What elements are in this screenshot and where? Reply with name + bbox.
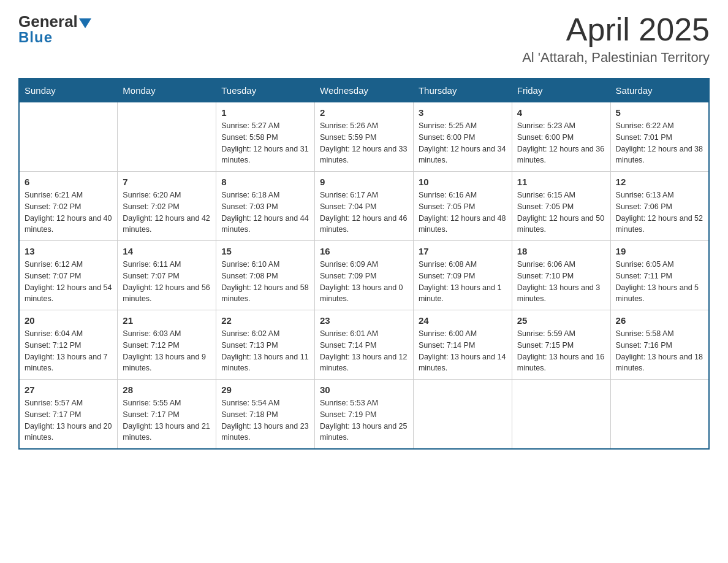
day-header-thursday: Thursday	[413, 79, 512, 102]
day-info: Sunrise: 5:53 AMSunset: 7:19 PMDaylight:…	[320, 397, 408, 443]
day-info: Sunrise: 5:25 AMSunset: 6:00 PMDaylight:…	[419, 120, 507, 166]
day-info: Sunrise: 6:06 AMSunset: 7:10 PMDaylight:…	[517, 259, 605, 305]
calendar-week-row: 1Sunrise: 5:27 AMSunset: 5:58 PMDaylight…	[19, 102, 709, 172]
month-title: April 2025	[522, 12, 710, 47]
day-number: 25	[517, 315, 605, 326]
logo-triangle-icon	[79, 18, 91, 28]
day-number: 17	[419, 246, 507, 256]
day-number: 24	[419, 315, 507, 326]
calendar-cell: 14Sunrise: 6:11 AMSunset: 7:07 PMDayligh…	[118, 241, 216, 310]
day-info: Sunrise: 6:10 AMSunset: 7:08 PMDaylight:…	[221, 259, 309, 305]
day-info: Sunrise: 6:04 AMSunset: 7:12 PMDaylight:…	[25, 328, 112, 374]
calendar-week-row: 27Sunrise: 5:57 AMSunset: 7:17 PMDayligh…	[19, 380, 709, 450]
day-number: 8	[221, 177, 309, 187]
day-number: 6	[25, 177, 112, 187]
calendar-cell: 13Sunrise: 6:12 AMSunset: 7:07 PMDayligh…	[19, 241, 118, 310]
day-info: Sunrise: 5:57 AMSunset: 7:17 PMDaylight:…	[25, 397, 112, 443]
calendar-cell: 26Sunrise: 5:58 AMSunset: 7:16 PMDayligh…	[610, 310, 709, 380]
day-header-saturday: Saturday	[610, 79, 709, 102]
calendar-cell: 11Sunrise: 6:15 AMSunset: 7:05 PMDayligh…	[512, 172, 610, 241]
day-number: 9	[320, 177, 408, 187]
day-number: 19	[616, 246, 703, 256]
day-number: 16	[320, 246, 408, 256]
day-header-monday: Monday	[118, 79, 216, 102]
day-info: Sunrise: 6:11 AMSunset: 7:07 PMDaylight:…	[123, 259, 211, 305]
day-number: 29	[221, 385, 309, 395]
day-info: Sunrise: 6:12 AMSunset: 7:07 PMDaylight:…	[25, 259, 112, 305]
calendar-cell: 18Sunrise: 6:06 AMSunset: 7:10 PMDayligh…	[512, 241, 610, 310]
day-number: 21	[123, 315, 211, 326]
calendar-cell: 27Sunrise: 5:57 AMSunset: 7:17 PMDayligh…	[19, 380, 118, 450]
calendar-cell: 25Sunrise: 5:59 AMSunset: 7:15 PMDayligh…	[512, 310, 610, 380]
calendar-week-row: 20Sunrise: 6:04 AMSunset: 7:12 PMDayligh…	[19, 310, 709, 380]
day-number: 23	[320, 315, 408, 326]
calendar-cell: 10Sunrise: 6:16 AMSunset: 7:05 PMDayligh…	[413, 172, 512, 241]
calendar-week-row: 6Sunrise: 6:21 AMSunset: 7:02 PMDaylight…	[19, 172, 709, 241]
day-number: 15	[221, 246, 309, 256]
day-number: 11	[517, 177, 605, 187]
day-number: 14	[123, 246, 211, 256]
day-info: Sunrise: 6:02 AMSunset: 7:13 PMDaylight:…	[221, 328, 309, 374]
calendar-cell: 5Sunrise: 6:22 AMSunset: 7:01 PMDaylight…	[610, 102, 709, 172]
calendar-cell	[19, 102, 118, 172]
day-info: Sunrise: 6:05 AMSunset: 7:11 PMDaylight:…	[616, 259, 703, 305]
page-header: General Blue April 2025 Al 'Attarah, Pal…	[18, 12, 710, 66]
day-number: 27	[25, 385, 112, 395]
day-info: Sunrise: 5:54 AMSunset: 7:18 PMDaylight:…	[221, 397, 309, 443]
calendar-cell: 1Sunrise: 5:27 AMSunset: 5:58 PMDaylight…	[216, 102, 315, 172]
calendar-cell	[413, 380, 512, 450]
day-header-wednesday: Wednesday	[315, 79, 414, 102]
calendar-table: SundayMondayTuesdayWednesdayThursdayFrid…	[18, 78, 710, 450]
title-block: April 2025 Al 'Attarah, Palestinian Terr…	[522, 12, 710, 66]
day-info: Sunrise: 5:27 AMSunset: 5:58 PMDaylight:…	[221, 120, 309, 166]
calendar-cell: 20Sunrise: 6:04 AMSunset: 7:12 PMDayligh…	[19, 310, 118, 380]
day-number: 1	[221, 107, 309, 118]
calendar-cell	[512, 380, 610, 450]
calendar-cell: 28Sunrise: 5:55 AMSunset: 7:17 PMDayligh…	[118, 380, 216, 450]
day-info: Sunrise: 6:01 AMSunset: 7:14 PMDaylight:…	[320, 328, 408, 374]
day-info: Sunrise: 6:00 AMSunset: 7:14 PMDaylight:…	[419, 328, 507, 374]
day-number: 4	[517, 107, 605, 118]
calendar-cell: 12Sunrise: 6:13 AMSunset: 7:06 PMDayligh…	[610, 172, 709, 241]
calendar-cell: 15Sunrise: 6:10 AMSunset: 7:08 PMDayligh…	[216, 241, 315, 310]
calendar-cell: 9Sunrise: 6:17 AMSunset: 7:04 PMDaylight…	[315, 172, 414, 241]
day-number: 28	[123, 385, 211, 395]
day-number: 18	[517, 246, 605, 256]
day-info: Sunrise: 5:26 AMSunset: 5:59 PMDaylight:…	[320, 120, 408, 166]
location-title: Al 'Attarah, Palestinian Territory	[522, 50, 710, 66]
calendar-cell: 6Sunrise: 6:21 AMSunset: 7:02 PMDaylight…	[19, 172, 118, 241]
calendar-header-row: SundayMondayTuesdayWednesdayThursdayFrid…	[19, 79, 709, 102]
day-info: Sunrise: 6:18 AMSunset: 7:03 PMDaylight:…	[221, 190, 309, 236]
logo-blue-text: Blue	[18, 29, 53, 46]
day-number: 22	[221, 315, 309, 326]
day-info: Sunrise: 6:20 AMSunset: 7:02 PMDaylight:…	[123, 190, 211, 236]
calendar-cell: 7Sunrise: 6:20 AMSunset: 7:02 PMDaylight…	[118, 172, 216, 241]
calendar-cell: 21Sunrise: 6:03 AMSunset: 7:12 PMDayligh…	[118, 310, 216, 380]
day-number: 5	[616, 107, 703, 118]
calendar-cell: 24Sunrise: 6:00 AMSunset: 7:14 PMDayligh…	[413, 310, 512, 380]
day-info: Sunrise: 6:08 AMSunset: 7:09 PMDaylight:…	[419, 259, 507, 305]
calendar-cell: 29Sunrise: 5:54 AMSunset: 7:18 PMDayligh…	[216, 380, 315, 450]
calendar-cell: 2Sunrise: 5:26 AMSunset: 5:59 PMDaylight…	[315, 102, 414, 172]
day-number: 3	[419, 107, 507, 118]
day-number: 20	[25, 315, 112, 326]
calendar-cell: 8Sunrise: 6:18 AMSunset: 7:03 PMDaylight…	[216, 172, 315, 241]
day-number: 7	[123, 177, 211, 187]
day-number: 30	[320, 385, 408, 395]
day-header-sunday: Sunday	[19, 79, 118, 102]
calendar-cell: 19Sunrise: 6:05 AMSunset: 7:11 PMDayligh…	[610, 241, 709, 310]
day-info: Sunrise: 6:17 AMSunset: 7:04 PMDaylight:…	[320, 190, 408, 236]
calendar-cell: 17Sunrise: 6:08 AMSunset: 7:09 PMDayligh…	[413, 241, 512, 310]
calendar-cell: 30Sunrise: 5:53 AMSunset: 7:19 PMDayligh…	[315, 380, 414, 450]
day-info: Sunrise: 6:13 AMSunset: 7:06 PMDaylight:…	[616, 190, 703, 236]
day-info: Sunrise: 5:55 AMSunset: 7:17 PMDaylight:…	[123, 397, 211, 443]
day-info: Sunrise: 6:15 AMSunset: 7:05 PMDaylight:…	[517, 190, 605, 236]
logo: General Blue	[18, 12, 91, 46]
day-info: Sunrise: 6:21 AMSunset: 7:02 PMDaylight:…	[25, 190, 112, 236]
day-number: 2	[320, 107, 408, 118]
calendar-cell: 3Sunrise: 5:25 AMSunset: 6:00 PMDaylight…	[413, 102, 512, 172]
calendar-cell: 16Sunrise: 6:09 AMSunset: 7:09 PMDayligh…	[315, 241, 414, 310]
day-info: Sunrise: 5:58 AMSunset: 7:16 PMDaylight:…	[616, 328, 703, 374]
day-info: Sunrise: 6:22 AMSunset: 7:01 PMDaylight:…	[616, 120, 703, 166]
day-header-tuesday: Tuesday	[216, 79, 315, 102]
